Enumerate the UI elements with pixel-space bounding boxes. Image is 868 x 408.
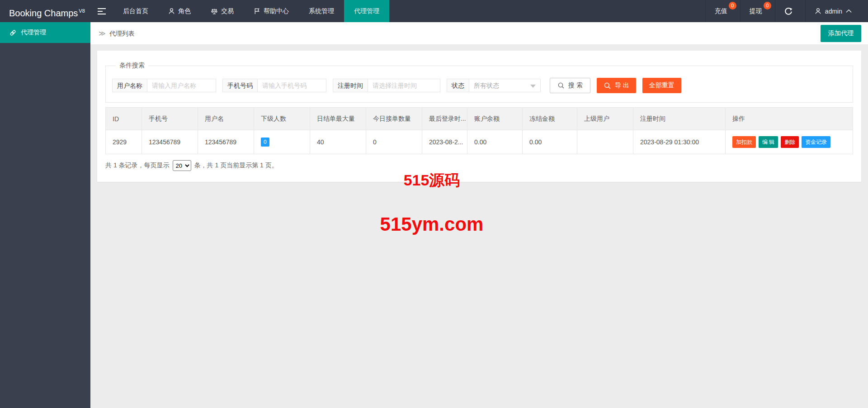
- col-username: 用户名: [198, 108, 254, 130]
- table-row: 2929 123456789 123456789 0 40 0 2023-08-…: [106, 130, 853, 154]
- breadcrumb-arrow-icon: ≫: [99, 29, 106, 37]
- nav-item-transactions[interactable]: 交易: [201, 0, 244, 22]
- cell-parent-user: [577, 130, 633, 154]
- fund-records-button[interactable]: 资金记录: [802, 136, 830, 148]
- chevron-down-icon: [530, 85, 536, 88]
- chevron-up-icon: [846, 9, 852, 13]
- table-header-row: ID 手机号 用户名 下级人数 日结单最大量 今日接单数量 最后登录时... 账…: [106, 108, 853, 130]
- watermark-line2: 515ym.com: [380, 213, 484, 235]
- username-field-group: 用户名称: [112, 79, 216, 92]
- top-navbar: Booking ChampsV8 后台首页 角色 交易 帮助中心: [0, 0, 868, 22]
- flag-icon: [254, 8, 260, 14]
- app-logo-text: Booking Champs: [9, 8, 78, 18]
- status-select[interactable]: 所有状态: [469, 79, 541, 92]
- col-subordinates: 下级人数: [254, 108, 310, 130]
- recharge-button[interactable]: 充值 0: [705, 0, 740, 22]
- pagination-prefix: 共 1 条记录，每页显示: [105, 161, 170, 170]
- export-button[interactable]: 导 出: [597, 78, 636, 93]
- menu-collapse-icon[interactable]: [90, 0, 113, 22]
- phone-input[interactable]: [258, 79, 326, 92]
- nav-item-roles[interactable]: 角色: [158, 0, 201, 22]
- adjust-funds-button[interactable]: 加扣款: [732, 136, 756, 148]
- reset-all-button[interactable]: 全部重置: [642, 78, 681, 93]
- withdraw-button[interactable]: 提现 0: [740, 0, 775, 22]
- col-daily-max: 日结单最大量: [310, 108, 366, 130]
- col-parent-user: 上级用户: [577, 108, 633, 130]
- username-label: 用户名称: [112, 79, 147, 92]
- search-button[interactable]: 搜 索: [550, 78, 590, 93]
- cell-daily-max: 40: [310, 130, 366, 154]
- col-id: ID: [106, 108, 142, 130]
- cell-frozen: 0.00: [523, 130, 577, 154]
- col-reg-time: 注册时间: [633, 108, 726, 130]
- cell-id: 2929: [106, 130, 142, 154]
- breadcrumb: ≫代理列表: [99, 22, 868, 45]
- cell-today-orders: 0: [366, 130, 422, 154]
- regtime-field-group: 注册时间: [333, 79, 440, 92]
- app-logo-version: V8: [79, 8, 85, 14]
- phone-field-group: 手机号码: [222, 79, 326, 92]
- sidebar: 代理管理: [0, 22, 90, 408]
- recharge-badge: 0: [729, 2, 736, 9]
- subordinate-count-badge: 0: [261, 138, 269, 147]
- regtime-label: 注册时间: [333, 79, 368, 92]
- scales-icon: [211, 8, 218, 15]
- pagination-suffix: 条，共 1 页当前显示第 1 页。: [194, 161, 278, 170]
- cell-last-login: 2023-08-2...: [422, 130, 467, 154]
- delete-button[interactable]: 删除: [781, 136, 799, 148]
- nav-item-dashboard[interactable]: 后台首页: [113, 0, 158, 22]
- cell-phone: 123456789: [142, 130, 198, 154]
- admin-name: admin: [825, 8, 842, 15]
- add-agent-button[interactable]: 添加代理: [821, 25, 861, 42]
- cell-actions: 加扣款编 辑删除资金记录: [726, 130, 853, 154]
- admin-dropdown[interactable]: admin: [805, 0, 868, 22]
- col-last-login: 最后登录时...: [422, 108, 467, 130]
- refresh-icon: [784, 7, 793, 15]
- withdraw-badge: 0: [764, 2, 771, 9]
- refresh-button[interactable]: [775, 0, 805, 22]
- pagination-bar: 共 1 条记录，每页显示 20 条，共 1 页当前显示第 1 页。: [105, 160, 853, 171]
- cell-reg-time: 2023-08-29 01:30:00: [633, 130, 726, 154]
- search-icon: [557, 82, 565, 89]
- col-balance: 账户余额: [467, 108, 523, 130]
- search-panel: 条件搜索 用户名称 手机号码 注册时间 状态 所有状态: [105, 62, 853, 103]
- link-icon: [9, 29, 17, 37]
- search-icon: [604, 82, 611, 90]
- agents-table: ID 手机号 用户名 下级人数 日结单最大量 今日接单数量 最后登录时... 账…: [105, 107, 853, 154]
- col-frozen: 冻结金额: [523, 108, 577, 130]
- sidebar-item-agent-management[interactable]: 代理管理: [0, 22, 90, 43]
- nav-item-help-center[interactable]: 帮助中心: [244, 0, 299, 22]
- edit-button[interactable]: 编 辑: [759, 136, 778, 148]
- col-today-orders: 今日接单数量: [366, 108, 422, 130]
- nav-item-agent-management[interactable]: 代理管理: [344, 0, 389, 22]
- breadcrumb-bar: ≫代理列表 添加代理: [90, 22, 868, 44]
- status-field-group: 状态 所有状态: [447, 79, 541, 92]
- col-phone: 手机号: [142, 108, 198, 130]
- user-icon: [815, 8, 821, 14]
- cell-subordinates: 0: [254, 130, 310, 154]
- phone-label: 手机号码: [222, 79, 258, 92]
- search-panel-legend: 条件搜索: [116, 62, 148, 70]
- app-logo: Booking ChampsV8: [0, 0, 90, 22]
- status-label: 状态: [447, 79, 469, 92]
- content-card: 条件搜索 用户名称 手机号码 注册时间 状态 所有状态: [97, 51, 861, 182]
- main-menu: 后台首页 角色 交易 帮助中心 系统管理 代理管理: [113, 0, 389, 22]
- navbar-right: 充值 0 提现 0 admin: [705, 0, 868, 22]
- user-icon: [168, 8, 175, 14]
- main-content: ≫代理列表 添加代理 条件搜索 用户名称 手机号码 注册时间: [90, 22, 868, 182]
- username-input[interactable]: [147, 79, 216, 92]
- col-actions: 操作: [726, 108, 853, 130]
- page-size-select[interactable]: 20: [173, 160, 191, 171]
- watermark-line1: 515源码: [404, 170, 460, 191]
- nav-item-system-management[interactable]: 系统管理: [299, 0, 344, 22]
- regtime-input[interactable]: [368, 79, 440, 92]
- cell-balance: 0.00: [467, 130, 523, 154]
- page-title: 代理列表: [109, 30, 135, 37]
- cell-username: 123456789: [198, 130, 254, 154]
